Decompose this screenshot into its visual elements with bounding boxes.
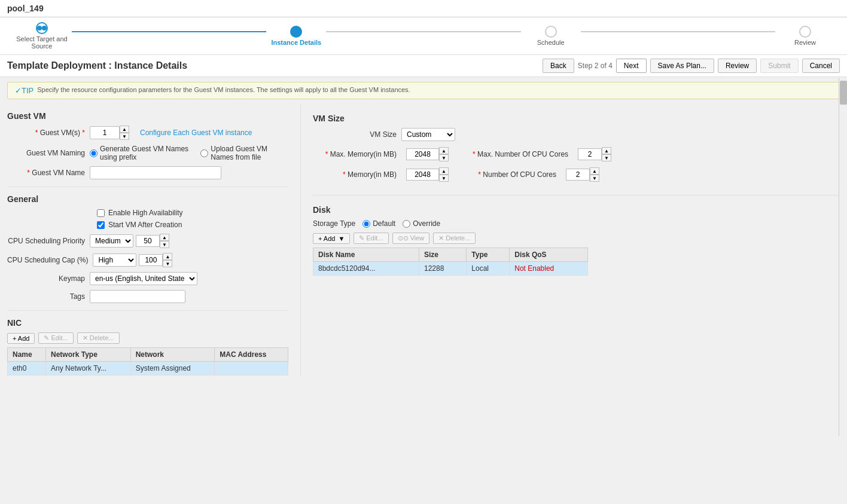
- cpu-cap-select[interactable]: Low Medium High: [93, 253, 136, 267]
- nic-add-button[interactable]: + Add: [7, 333, 35, 344]
- storage-default-radio[interactable]: [362, 220, 370, 228]
- cpu-cap-down[interactable]: ▼: [163, 260, 172, 267]
- memory-column: * Max. Memory(in MB) ▲ ▼ * Memory(in MB): [313, 147, 449, 188]
- cpu-priority-num-input[interactable]: [136, 235, 160, 247]
- high-availability-label[interactable]: Enable High Availability: [108, 209, 183, 217]
- page-header: pool_149: [0, 0, 847, 17]
- nic-cell-name-0: eth0: [8, 362, 46, 375]
- naming-prefix-radio[interactable]: [90, 149, 98, 157]
- page-scrollbar[interactable]: [839, 78, 847, 375]
- storage-override-radio[interactable]: [403, 220, 410, 228]
- disk-cell-qos-0: Not Enabled: [510, 262, 588, 276]
- max-cpu-cores-row: * Max. Number Of CPU Cores ▲ ▼: [473, 147, 611, 161]
- max-cpu-cores-up[interactable]: ▲: [602, 147, 611, 154]
- review-button[interactable]: Review: [718, 59, 757, 73]
- cpu-cores-down[interactable]: ▼: [590, 175, 599, 182]
- max-memory-spinner[interactable]: ▲ ▼: [406, 147, 449, 161]
- cpu-priority-down[interactable]: ▼: [160, 241, 169, 248]
- step-label-1: Select Target and Source: [15, 35, 69, 50]
- nic-edit-button[interactable]: ✎ Edit...: [38, 332, 73, 344]
- guest-vm-naming-label: Guest VM Naming: [7, 149, 85, 157]
- cpu-priority-num-btns: ▲ ▼: [160, 234, 169, 248]
- max-memory-input[interactable]: [406, 148, 439, 160]
- guest-vms-input[interactable]: [90, 126, 120, 139]
- vm-size-row: VM Size Custom Small Medium Large: [313, 128, 840, 141]
- save-as-plan-button[interactable]: Save As Plan...: [650, 59, 714, 73]
- max-cpu-cores-label: * Max. Number Of CPU Cores: [473, 150, 568, 158]
- guest-vm-name-input[interactable]: OVM_OL7U1_x86_64_PV: [90, 166, 221, 179]
- guest-vms-spinner[interactable]: ▲ ▼: [90, 126, 129, 140]
- cpu-cores-input[interactable]: [566, 169, 590, 181]
- configure-each-label[interactable]: Configure Each Guest VM instance: [140, 129, 252, 137]
- cpu-priority-up[interactable]: ▲: [160, 234, 169, 241]
- disk-view-button[interactable]: ⊙⊙ View: [392, 233, 430, 244]
- cpu-column: * Max. Number Of CPU Cores ▲ ▼ * Number …: [473, 147, 611, 188]
- disk-add-dropdown-icon[interactable]: ▼: [339, 235, 345, 242]
- max-cpu-cores-down[interactable]: ▼: [602, 154, 611, 161]
- cpu-cores-spinner[interactable]: ▲ ▼: [566, 167, 599, 182]
- disk-delete-button[interactable]: ✕ Delete...: [433, 233, 476, 244]
- nic-col-name: Name: [8, 348, 46, 362]
- nic-col-network: Network: [130, 348, 215, 362]
- cpu-cores-up[interactable]: ▲: [590, 167, 599, 175]
- cancel-button[interactable]: Cancel: [802, 59, 840, 73]
- step-schedule[interactable]: Schedule: [521, 26, 581, 46]
- max-cpu-cores-input[interactable]: [578, 148, 602, 160]
- step-label-3: Schedule: [537, 39, 565, 46]
- cpu-cap-up[interactable]: ▲: [163, 253, 172, 260]
- cpu-priority-select[interactable]: Low Medium Medium High: [90, 234, 133, 248]
- nic-toolbar: + Add ✎ Edit... ✕ Delete...: [7, 332, 288, 344]
- guest-vms-label: * Guest VM(s) *: [7, 129, 85, 137]
- cpu-cap-num-input[interactable]: [139, 254, 163, 266]
- nic-row-0[interactable]: eth0 Any Network Ty... System Assigned: [8, 362, 288, 375]
- step-instance-details[interactable]: Instance Details: [266, 26, 326, 46]
- disk-add-button[interactable]: + Add ▼: [313, 233, 350, 244]
- disk-edit-button[interactable]: ✎ Edit...: [354, 233, 388, 244]
- toolbar-title: Template Deployment : Instance Details: [7, 60, 539, 71]
- guest-vms-up[interactable]: ▲: [120, 126, 129, 133]
- tags-input[interactable]: [90, 290, 185, 303]
- max-cpu-cores-spinner[interactable]: ▲ ▼: [578, 147, 611, 161]
- disk-row-0[interactable]: 8bdcdc5120d94... 12288 Local Not Enabled: [313, 262, 588, 276]
- scrollbar-thumb[interactable]: [840, 81, 847, 105]
- max-memory-down[interactable]: ▼: [439, 154, 449, 161]
- storage-override-option[interactable]: Override: [403, 219, 440, 228]
- cpu-cap-spinner[interactable]: ▲ ▼: [139, 253, 172, 267]
- high-availability-checkbox[interactable]: [97, 209, 105, 217]
- next-button[interactable]: Next: [616, 59, 647, 73]
- disk-col-type: Type: [467, 248, 510, 262]
- guest-vm-naming-row: Guest VM Naming Generate Guest VM Names …: [7, 145, 288, 161]
- memory-down[interactable]: ▼: [439, 175, 449, 182]
- start-vm-label[interactable]: Start VM After Creation: [108, 221, 182, 229]
- nic-delete-button[interactable]: ✕ Delete...: [77, 332, 120, 344]
- cpu-priority-spinner[interactable]: ▲ ▼: [136, 234, 169, 248]
- cpu-cap-select-group: Low Medium High ▲ ▼: [93, 253, 172, 267]
- high-availability-row: Enable High Availability: [97, 209, 288, 217]
- tags-label: Tags: [7, 292, 85, 301]
- tip-bar: ✓TIP Specify the resource configuration …: [7, 82, 840, 99]
- step-select-target[interactable]: Select Target and Source: [12, 22, 72, 50]
- cpu-cores-row: * Number Of CPU Cores ▲ ▼: [473, 167, 611, 182]
- max-memory-row: * Max. Memory(in MB) ▲ ▼: [313, 147, 449, 161]
- disk-cell-type-0: Local: [467, 262, 510, 276]
- guest-vms-down[interactable]: ▼: [120, 133, 129, 140]
- memory-up[interactable]: ▲: [439, 167, 449, 175]
- memory-input[interactable]: [406, 169, 439, 181]
- step-review[interactable]: Review: [775, 26, 835, 46]
- start-vm-checkbox[interactable]: [97, 221, 105, 229]
- back-button[interactable]: Back: [543, 59, 574, 73]
- storage-default-option[interactable]: Default: [362, 219, 395, 228]
- disk-table: Disk Name Size Type Disk QoS 8bdcdc5120d…: [313, 248, 588, 276]
- keymap-label: Keymap: [7, 274, 85, 283]
- vm-size-select[interactable]: Custom Small Medium Large: [401, 128, 455, 141]
- naming-prefix-option[interactable]: Generate Guest VM Names using prefix: [90, 145, 191, 161]
- cpu-cap-label: CPU Scheduling Cap (%): [7, 256, 88, 264]
- naming-file-option[interactable]: Upload Guest VM Names from file: [200, 145, 288, 161]
- keymap-select[interactable]: en-us (English, United State: [90, 272, 197, 285]
- memory-row: * Memory(in MB) ▲ ▼: [313, 167, 449, 182]
- cpu-priority-select-group: Low Medium Medium High ▲ ▼: [90, 234, 169, 248]
- step-circle-2: [290, 26, 302, 38]
- naming-file-radio[interactable]: [200, 149, 208, 157]
- max-memory-up[interactable]: ▲: [439, 147, 449, 154]
- memory-spinner[interactable]: ▲ ▼: [406, 167, 449, 182]
